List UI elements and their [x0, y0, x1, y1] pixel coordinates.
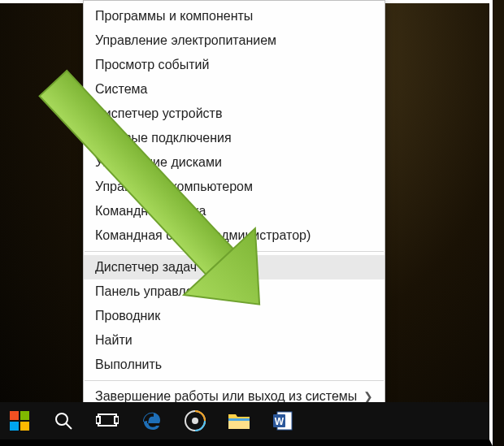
menu-item-label: Проводник [95, 309, 160, 323]
word-icon[interactable]: W [268, 406, 298, 435]
menu-item-power-options[interactable]: Управление электропитанием [84, 28, 385, 53]
svg-rect-12 [228, 418, 250, 421]
svg-text:W: W [275, 416, 285, 427]
chevron-right-icon: ❯ [363, 390, 373, 403]
menu-item-label: Диспетчер устройств [95, 106, 222, 121]
svg-point-10 [192, 418, 198, 424]
menu-item-programs-and-features[interactable]: Программы и компоненты [84, 4, 385, 28]
menu-item-label: Управление дисками [95, 155, 222, 170]
menu-item-label: Командная строка [95, 204, 206, 219]
menu-item-network-connections[interactable]: Сетевые подключения [84, 126, 385, 150]
menu-separator [85, 380, 384, 381]
menu-item-file-explorer[interactable]: Проводник [84, 304, 385, 328]
svg-rect-1 [20, 411, 29, 420]
menu-item-label: Панель управления [95, 284, 215, 299]
svg-point-4 [56, 414, 67, 425]
menu-item-label: Программы и компоненты [95, 9, 253, 24]
menu-item-run[interactable]: Выполнить [84, 353, 385, 377]
start-icon[interactable] [5, 406, 34, 435]
menu-item-label: Найти [95, 333, 133, 348]
menu-item-label: Просмотр событий [95, 58, 209, 72]
taskbar: W [0, 402, 489, 440]
svg-rect-8 [115, 417, 119, 423]
menu-item-label: Сетевые подключения [95, 131, 232, 145]
media-player-icon[interactable] [180, 406, 210, 435]
file-explorer-icon[interactable] [224, 406, 254, 435]
task-view-icon[interactable] [93, 406, 122, 435]
menu-item-system[interactable]: Система [84, 77, 385, 102]
menu-item-event-viewer[interactable]: Просмотр событий [84, 53, 385, 77]
menu-item-label: Диспетчер задач [95, 260, 197, 275]
svg-rect-0 [10, 411, 19, 420]
svg-line-5 [66, 423, 72, 429]
menu-item-label: Командная строка (администратор) [95, 228, 311, 243]
menu-item-command-prompt-admin[interactable]: Командная строка (администратор) [84, 223, 385, 248]
menu-item-computer-management[interactable]: Управление компьютером [84, 175, 385, 199]
menu-item-task-manager[interactable]: Диспетчер задач [84, 255, 385, 279]
svg-rect-3 [20, 422, 29, 431]
search-icon[interactable] [49, 406, 78, 435]
desktop-background: Программы и компоненты Управление электр… [0, 0, 504, 446]
edge-icon[interactable] [137, 406, 166, 435]
svg-rect-6 [98, 414, 116, 426]
menu-item-command-prompt[interactable]: Командная строка [84, 199, 385, 223]
menu-separator [85, 251, 384, 252]
menu-item-label: Управление электропитанием [95, 33, 276, 48]
svg-rect-7 [96, 417, 100, 423]
menu-item-search[interactable]: Найти [84, 328, 385, 353]
menu-item-label: Управление компьютером [95, 180, 253, 194]
menu-item-control-panel[interactable]: Панель управления [84, 279, 385, 304]
menu-item-label: Система [95, 82, 147, 97]
menu-item-label: Выполнить [95, 357, 162, 372]
menu-item-device-manager[interactable]: Диспетчер устройств [84, 102, 385, 126]
winx-context-menu: Программы и компоненты Управление электр… [83, 0, 385, 439]
menu-item-disk-management[interactable]: Управление дисками [84, 150, 385, 175]
svg-rect-2 [10, 422, 19, 431]
